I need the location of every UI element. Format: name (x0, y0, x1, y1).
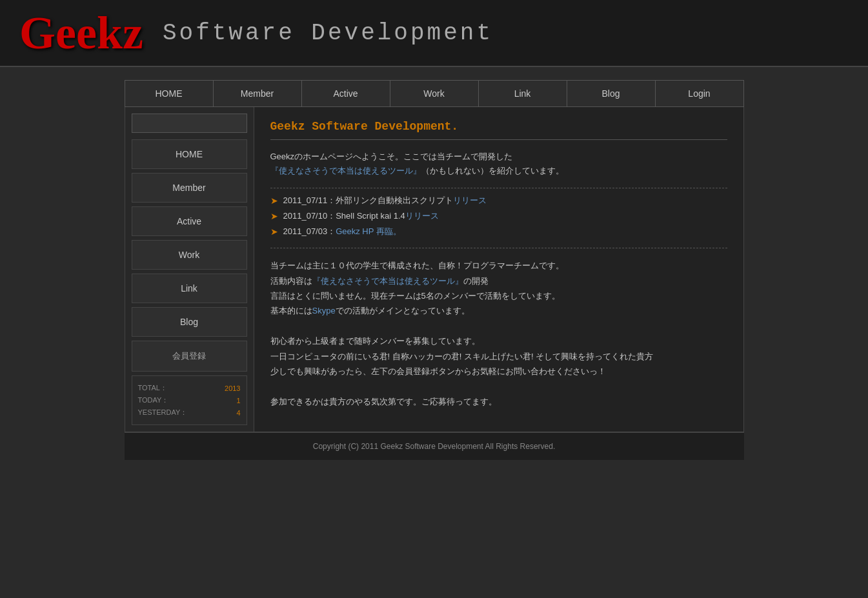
page-heading: Geekz Software Development. (270, 120, 727, 140)
yesterday-label: YESTERDAY： (137, 407, 214, 418)
body-line-6: 一日コンピュータの前にいる君! 自称ハッカーの君! スキル上げたい君! そして興… (270, 349, 727, 364)
sidebar-register-button[interactable]: 会員登録 (132, 341, 247, 372)
news-link-3[interactable]: Geekz HP 再臨。 (336, 226, 401, 237)
site-title: Software Development (163, 20, 493, 46)
body-line-1: 当チームは主に１０代の学生で構成された、自称！プログラマーチームです。 (270, 258, 727, 273)
body-highlight-1: 『使えなさそうで本当は使えるツール』 (312, 276, 463, 286)
news-date-1: 2011_07/11：外部リンク自動検出スクリプト (283, 195, 454, 206)
copyright-text: Copyright (C) 2011 Geekz Software Develo… (313, 442, 556, 451)
news-date-2: 2011_07/10：Shell Script kai 1.4 (283, 210, 405, 222)
yesterday-value: 4 (215, 407, 242, 418)
body-line-4: 基本的にはSkypeでの活動がメインとなっています。 (270, 303, 727, 318)
nav-item-blog[interactable]: Blog (567, 81, 656, 106)
main-content: Geekz Software Development. Geekzのホームページ… (254, 107, 743, 432)
body-text: 当チームは主に１０代の学生で構成された、自称！プログラマーチームです。 活動内容… (270, 258, 727, 409)
main-wrapper: HOME Member Active Work Link Blog Login … (125, 67, 744, 473)
nav-item-member[interactable]: Member (214, 81, 302, 106)
news-link-1[interactable]: リリース (453, 195, 487, 206)
news-item-3: ➤ 2011_07/03： Geekz HP 再臨。 (270, 226, 727, 237)
sidebar-btn-link[interactable]: Link (132, 274, 247, 303)
content-area: HOME Member Active Work Link Blog 会員登録 T… (125, 107, 744, 432)
sidebar-btn-work[interactable]: Work (132, 240, 247, 270)
sidebar-btn-member[interactable]: Member (132, 173, 247, 203)
news-list: ➤ 2011_07/11：外部リンク自動検出スクリプト リリース ➤ 2011_… (270, 188, 727, 248)
sidebar-search-input[interactable] (132, 114, 247, 133)
body-line-5: 初心者から上級者まで随時メンバーを募集しています。 (270, 334, 727, 348)
nav-bar: HOME Member Active Work Link Blog Login (125, 80, 744, 107)
intro-post: （かもしれない）を紹介しています。 (421, 166, 564, 175)
sidebar-btn-active[interactable]: Active (132, 206, 247, 236)
news-item-2: ➤ 2011_07/10：Shell Script kai 1.4 リリース (270, 210, 727, 222)
nav-item-home[interactable]: HOME (125, 81, 214, 106)
sidebar-btn-blog[interactable]: Blog (132, 307, 247, 337)
news-arrow-1: ➤ (270, 195, 278, 206)
intro-paragraph: Geekzのホームページへようこそ。ここでは当チームで開発した 『使えなさそうで… (270, 150, 727, 178)
sidebar-btn-home[interactable]: HOME (132, 139, 247, 169)
body-line-8: 参加できるかは貴方のやる気次第です。ご応募待ってます。 (270, 394, 727, 409)
news-link-2[interactable]: リリース (405, 210, 439, 222)
sidebar: HOME Member Active Work Link Blog 会員登録 T… (125, 107, 254, 432)
total-label: TOTAL： (137, 383, 214, 394)
skype-link: Skype (312, 306, 336, 315)
body-line-3: 言語はとくに問いません。現在チームは5名のメンバーで活動をしています。 (270, 288, 727, 303)
header: Geekz Software Development (0, 0, 868, 67)
news-date-3: 2011_07/03： (283, 226, 336, 237)
nav-item-active[interactable]: Active (302, 81, 390, 106)
footer: Copyright (C) 2011 Geekz Software Develo… (125, 432, 744, 460)
news-item-1: ➤ 2011_07/11：外部リンク自動検出スクリプト リリース (270, 195, 727, 206)
total-value: 2013 (215, 383, 242, 394)
intro-line1: Geekzのホームページへようこそ。ここでは当チームで開発した (270, 152, 513, 161)
news-arrow-2: ➤ (270, 211, 278, 221)
body-line-2: 活動内容は『使えなさそうで本当は使えるツール』の開発 (270, 274, 727, 288)
today-label: TODAY： (137, 395, 214, 406)
intro-highlight: 『使えなさそうで本当は使えるツール』 (270, 166, 421, 175)
nav-item-work[interactable]: Work (390, 81, 479, 106)
counter-widget: TOTAL： 2013 TODAY： 1 YESTERDAY： 4 (132, 375, 247, 425)
today-value: 1 (215, 395, 242, 406)
nav-item-login[interactable]: Login (656, 81, 743, 106)
site-logo: Geekz (19, 10, 143, 56)
nav-item-link[interactable]: Link (479, 81, 567, 106)
body-line-7: 少しでも興味があったら、左下の会員登録ボタンからお気軽にお問い合わせくださいっ！ (270, 364, 727, 379)
news-arrow-3: ➤ (270, 226, 278, 237)
